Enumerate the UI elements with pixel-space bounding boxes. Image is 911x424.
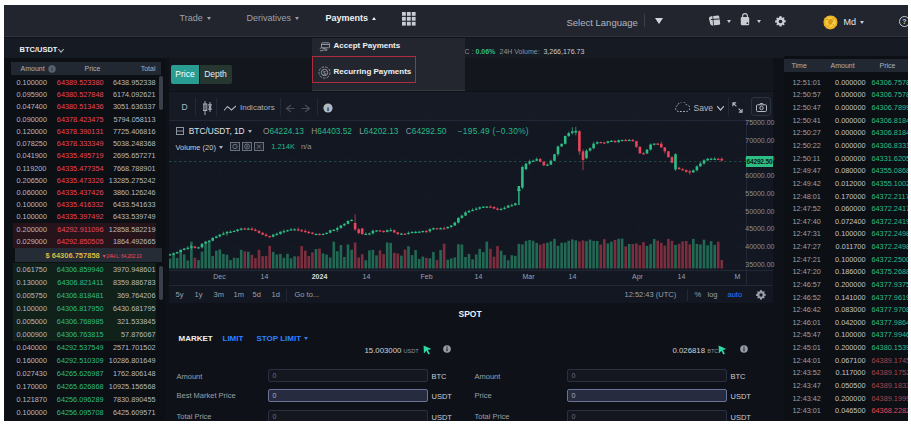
- svg-text:?: ?: [902, 18, 906, 25]
- svg-text:i: i: [327, 105, 329, 113]
